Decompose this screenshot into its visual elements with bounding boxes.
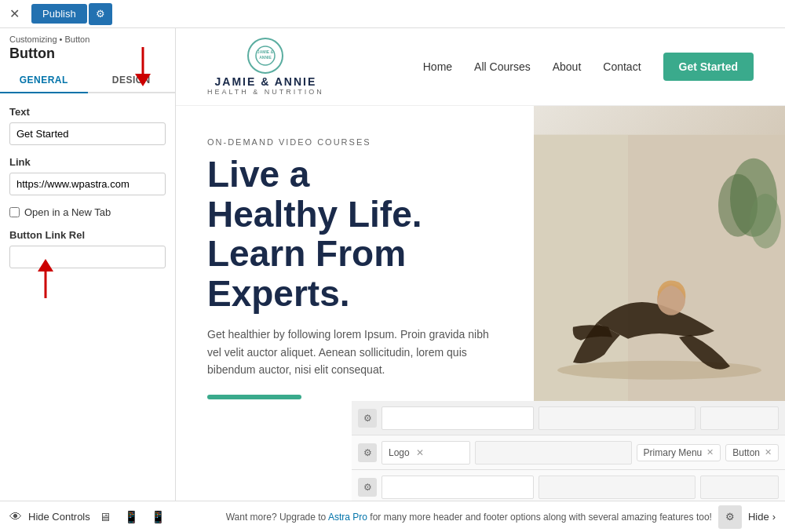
astra-pro-link[interactable]: Astra Pro xyxy=(328,512,367,523)
site-header: JAMIE & ANNIE JAMIE & ANNIE HEALTH & NUT… xyxy=(176,28,785,106)
new-tab-label: Open in a New Tab xyxy=(24,206,111,218)
new-tab-checkbox-label[interactable]: Open in a New Tab xyxy=(9,206,166,218)
logo-text: JAMIE & ANNIE xyxy=(207,75,324,88)
hero-description: Get healthier by following lorem Ipsum. … xyxy=(207,326,502,378)
svg-text:ANNIE: ANNIE xyxy=(260,55,272,60)
button-tag-close[interactable]: ✕ xyxy=(765,447,772,457)
builder-row-1: ⚙ xyxy=(352,401,785,435)
builder-bottom: ⚙ ⚙ Logo ✕ Primary Menu ✕ Button ✕ xyxy=(352,401,785,469)
hero-cta-bar xyxy=(207,395,301,399)
hide-label: Hide xyxy=(748,511,769,523)
tablet-icon[interactable]: 📱 xyxy=(123,508,141,526)
logo-tag-close[interactable]: ✕ xyxy=(416,447,424,458)
chevron-right-icon: › xyxy=(772,511,776,523)
bottom-right: Want more? Upgrade to Astra Pro for many… xyxy=(226,505,776,529)
tab-design[interactable]: DESIGN xyxy=(88,68,176,92)
row-gear-2[interactable]: ⚙ xyxy=(358,443,377,462)
tab-general[interactable]: GENERAL xyxy=(0,68,88,93)
hero-title-line4: Experts. xyxy=(207,273,350,314)
hero-title: Live a Healthy Life. Learn From Experts. xyxy=(207,155,502,313)
device-icons: 🖥 📱 📱 xyxy=(97,508,167,526)
row-content-2: Logo ✕ xyxy=(382,441,470,465)
hide-button[interactable]: Hide › xyxy=(748,511,776,523)
row-gear-1[interactable]: ⚙ xyxy=(358,409,377,428)
logo-circle: JAMIE & ANNIE xyxy=(247,38,283,74)
site-logo: JAMIE & ANNIE JAMIE & ANNIE HEALTH & NUT… xyxy=(207,38,324,96)
link-input[interactable] xyxy=(9,173,166,195)
builder-row-3: ⚙ xyxy=(352,470,785,501)
hero-content: ON-DEMAND VIDEO COURSES Live a Healthy L… xyxy=(176,106,534,431)
nav-contact[interactable]: Contact xyxy=(603,60,641,73)
primary-menu-label: Primary Menu xyxy=(644,447,703,458)
nav-home[interactable]: Home xyxy=(423,60,452,73)
hero-title-line2: Healthy Life. xyxy=(207,194,422,235)
settings-button[interactable]: ⚙ xyxy=(89,3,112,25)
svg-point-12 xyxy=(557,361,761,380)
button-tag: Button ✕ xyxy=(725,444,779,461)
row-content-3 xyxy=(382,476,534,499)
text-input[interactable] xyxy=(9,122,166,145)
primary-menu-tag: Primary Menu ✕ xyxy=(637,444,721,461)
new-tab-checkbox[interactable] xyxy=(9,207,20,217)
site-nav: Home All Courses About Contact Get Start… xyxy=(423,53,754,81)
close-button[interactable]: ✕ xyxy=(0,0,28,28)
nav-about[interactable]: About xyxy=(553,60,582,73)
left-panel: Customizing • Button Button GENERAL DESI… xyxy=(0,28,176,501)
bottom-bar: 👁 Hide Controls 🖥 📱 📱 Want more? Upgrade… xyxy=(0,501,785,532)
logo-tag-label: Logo xyxy=(389,447,410,458)
hero-section: ON-DEMAND VIDEO COURSES Live a Healthy L… xyxy=(176,106,785,431)
button-tag-label: Button xyxy=(732,447,760,458)
hero-label: ON-DEMAND VIDEO COURSES xyxy=(207,137,502,147)
get-started-button[interactable]: Get Started xyxy=(663,53,754,81)
top-bar: ✕ Publish ⚙ xyxy=(0,0,785,28)
hero-image xyxy=(534,106,785,431)
mobile-icon[interactable]: 📱 xyxy=(150,508,167,526)
bottom-left: 👁 Hide Controls 🖥 📱 📱 xyxy=(9,508,167,526)
breadcrumb: Customizing • Button xyxy=(0,28,175,44)
bottom-gear-button[interactable]: ⚙ xyxy=(718,505,742,529)
panel-tabs: GENERAL DESIGN xyxy=(0,68,175,93)
button-rel-input[interactable] xyxy=(9,246,166,268)
logo-subtext: HEALTH & NUTRITION xyxy=(207,88,324,96)
publish-button[interactable]: Publish xyxy=(31,4,87,24)
row-content-1 xyxy=(382,406,534,430)
builder-row-2: ⚙ Logo ✕ Primary Menu ✕ Button ✕ xyxy=(352,435,785,470)
primary-menu-close[interactable]: ✕ xyxy=(706,447,714,457)
svg-text:JAMIE &: JAMIE & xyxy=(257,49,274,54)
svg-point-11 xyxy=(750,194,781,249)
row-gear-3[interactable]: ⚙ xyxy=(358,478,377,497)
link-field-label: Link xyxy=(9,156,166,168)
desktop-icon[interactable]: 🖥 xyxy=(97,508,114,526)
main-preview: JAMIE & ANNIE JAMIE & ANNIE HEALTH & NUT… xyxy=(176,28,785,501)
nav-all-courses[interactable]: All Courses xyxy=(474,60,531,73)
eye-icon: 👁 xyxy=(9,510,22,524)
panel-content: Text Link Open in a New Tab Button Link … xyxy=(0,93,175,501)
button-rel-label: Button Link Rel xyxy=(9,229,166,241)
upgrade-message: Want more? Upgrade to Astra Pro for many… xyxy=(226,512,712,523)
hero-title-line1: Live a xyxy=(207,154,309,195)
panel-title: Button xyxy=(0,44,175,68)
text-field-label: Text xyxy=(9,106,166,118)
hide-controls-button[interactable]: Hide Controls xyxy=(28,511,90,523)
hero-title-line3: Learn From xyxy=(207,233,406,274)
